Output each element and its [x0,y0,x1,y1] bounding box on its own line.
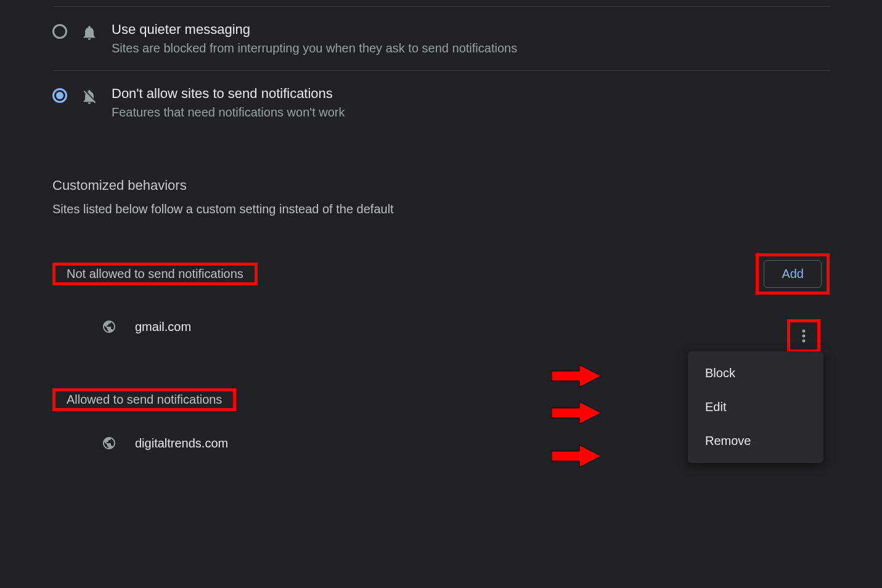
globe-icon [102,319,116,334]
radio-dont-allow[interactable] [52,88,67,103]
svg-point-1 [802,335,806,338]
annotation-highlight: Not allowed to send notifications [52,263,258,285]
option-dont-allow[interactable]: Don't allow sites to send notifications … [52,70,830,134]
globe-icon [102,436,116,451]
annotation-highlight [787,319,820,353]
site-actions-menu: Block Edit Remove [688,351,823,463]
not-allowed-header: Not allowed to send notifications Add [52,253,830,295]
svg-point-0 [802,330,806,333]
allowed-title: Allowed to send notifications [60,389,228,410]
option-block-title: Don't allow sites to send notifications [112,86,345,102]
annotation-arrow-icon [552,364,601,388]
annotation-highlight: Allowed to send notifications [52,388,236,411]
annotation-highlight: Add [756,253,830,295]
more-actions-button[interactable] [791,324,816,348]
option-quieter-subtitle: Sites are blocked from interrupting you … [112,41,517,55]
svg-marker-4 [552,402,601,424]
customized-behaviors-heading: Customized behaviors [52,178,830,194]
customized-behaviors-desc: Sites listed below follow a custom setti… [52,202,830,216]
annotation-arrow-icon [552,401,601,425]
blocked-site-row: gmail.com [52,307,830,346]
menu-remove[interactable]: Remove [688,424,823,458]
svg-marker-3 [552,365,601,387]
menu-block[interactable]: Block [688,356,823,390]
add-button[interactable]: Add [764,260,822,288]
menu-edit[interactable]: Edit [688,390,823,424]
blocked-site-name: gmail.com [135,320,191,334]
option-quieter-title: Use quieter messaging [112,22,517,38]
allowed-site-name: digitaltrends.com [135,436,228,451]
svg-marker-5 [552,445,601,467]
bell-off-icon [81,88,98,105]
annotation-arrow-icon [552,444,601,468]
svg-point-2 [802,340,806,343]
bell-icon [81,24,98,41]
option-block-subtitle: Features that need notifications won't w… [112,105,345,120]
radio-quieter[interactable] [52,24,67,39]
not-allowed-title: Not allowed to send notifications [60,263,250,284]
option-quieter-messaging[interactable]: Use quieter messaging Sites are blocked … [52,6,830,70]
